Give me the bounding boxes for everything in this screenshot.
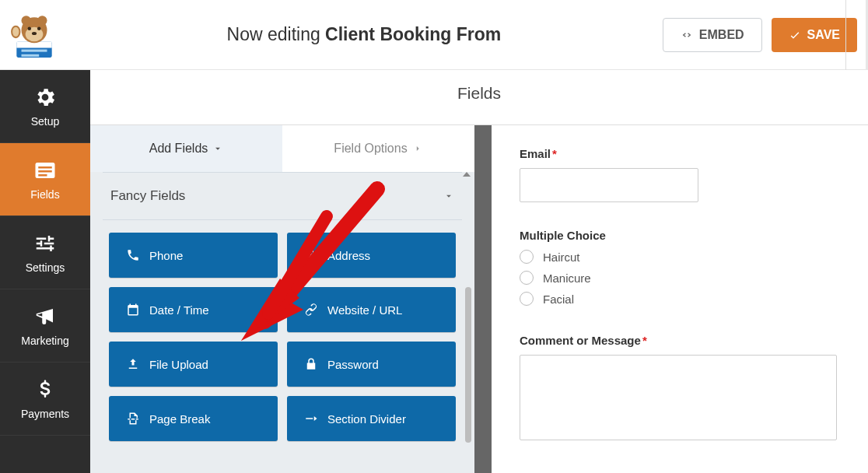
- tab-field-options[interactable]: Field Options: [282, 125, 474, 172]
- svg-rect-2: [22, 49, 47, 51]
- svg-rect-3: [22, 54, 40, 56]
- field-file-upload[interactable]: File Upload: [109, 342, 278, 387]
- scroll-up-icon[interactable]: [463, 172, 471, 177]
- upload-icon: [126, 357, 140, 371]
- label-email: Email*: [520, 147, 837, 160]
- form-preview: Email* Multiple Choice Haircut Manicure: [492, 125, 868, 473]
- header-actions: EMBED SAVE: [663, 18, 857, 52]
- group-fancy-fields[interactable]: Fancy Fields: [103, 172, 462, 220]
- builder-header: Now editing Client Booking From EMBED SA…: [0, 0, 868, 70]
- fields-panel: Add Fields Field Options Fancy Fields: [90, 125, 474, 473]
- sliders-icon: [33, 232, 57, 255]
- editing-prefix: Now editing: [227, 24, 326, 44]
- dollar-icon: [33, 378, 57, 401]
- required-asterisk: *: [552, 147, 557, 160]
- save-button[interactable]: SAVE: [772, 18, 857, 52]
- fields-scroll[interactable]: Fancy Fields Phone Address: [90, 172, 474, 471]
- form-name: Client Booking From: [325, 24, 501, 44]
- svg-point-8: [28, 26, 32, 30]
- choice-option[interactable]: Facial: [520, 292, 837, 306]
- list-icon: [33, 159, 57, 182]
- sidebar-item-settings[interactable]: Settings: [0, 216, 90, 289]
- scroll-thumb[interactable]: [465, 287, 471, 443]
- check-icon: [789, 29, 801, 41]
- radio-icon[interactable]: [520, 292, 534, 306]
- chevron-down-icon: [212, 143, 223, 154]
- pagebreak-icon: [126, 412, 140, 426]
- calendar-icon: [126, 303, 140, 317]
- field-date-time[interactable]: Date / Time: [109, 287, 278, 332]
- bullhorn-icon: [33, 305, 57, 328]
- label-comment: Comment or Message*: [520, 334, 837, 347]
- section-title: Fields: [90, 70, 868, 125]
- decoration: [845, 0, 846, 70]
- input-email[interactable]: [520, 168, 698, 202]
- scrollbar[interactable]: [465, 172, 471, 473]
- link-icon: [304, 303, 318, 317]
- label-multiple-choice: Multiple Choice: [520, 229, 837, 242]
- choice-option[interactable]: Manicure: [520, 271, 837, 285]
- phone-icon: [126, 248, 140, 262]
- input-comment[interactable]: [520, 355, 837, 440]
- field-phone[interactable]: Phone: [109, 233, 278, 278]
- builder-sidebar: Setup Fields Settings Marketing Payments: [0, 70, 90, 473]
- svg-rect-14: [38, 166, 52, 169]
- svg-rect-15: [38, 170, 52, 173]
- radio-icon[interactable]: [520, 271, 534, 285]
- svg-point-10: [32, 31, 37, 34]
- svg-rect-16: [38, 174, 47, 177]
- building-icon: [304, 248, 318, 262]
- svg-point-6: [37, 16, 47, 25]
- choices-group: Haircut Manicure Facial: [520, 250, 837, 306]
- gear-icon: [33, 86, 57, 109]
- field-address[interactable]: Address: [287, 233, 456, 278]
- field-page-break[interactable]: Page Break: [109, 396, 278, 441]
- required-asterisk: *: [642, 334, 647, 347]
- choice-option[interactable]: Haircut: [520, 250, 837, 264]
- wpforms-logo: [3, 8, 65, 62]
- lock-icon: [304, 357, 318, 371]
- radio-icon[interactable]: [520, 250, 534, 264]
- chevron-right-icon: [412, 143, 423, 154]
- field-section-divider[interactable]: Section Divider: [287, 396, 456, 441]
- field-password[interactable]: Password: [287, 342, 456, 387]
- sidebar-item-fields[interactable]: Fields: [0, 143, 90, 216]
- svg-point-9: [37, 26, 41, 30]
- form-title: Now editing Client Booking From: [65, 24, 663, 45]
- svg-point-5: [22, 16, 31, 25]
- sidebar-item-marketing[interactable]: Marketing: [0, 289, 90, 363]
- sidebar-item-payments[interactable]: Payments: [0, 363, 90, 436]
- code-icon: [681, 29, 693, 41]
- svg-point-12: [12, 26, 19, 36]
- sidebar-item-setup[interactable]: Setup: [0, 70, 90, 143]
- panel-divider: [474, 125, 492, 473]
- field-website-url[interactable]: Website / URL: [287, 287, 456, 332]
- tab-add-fields[interactable]: Add Fields: [90, 125, 282, 172]
- chevron-down-icon: [443, 191, 454, 201]
- divider-icon: [304, 412, 318, 426]
- embed-button[interactable]: EMBED: [663, 18, 762, 52]
